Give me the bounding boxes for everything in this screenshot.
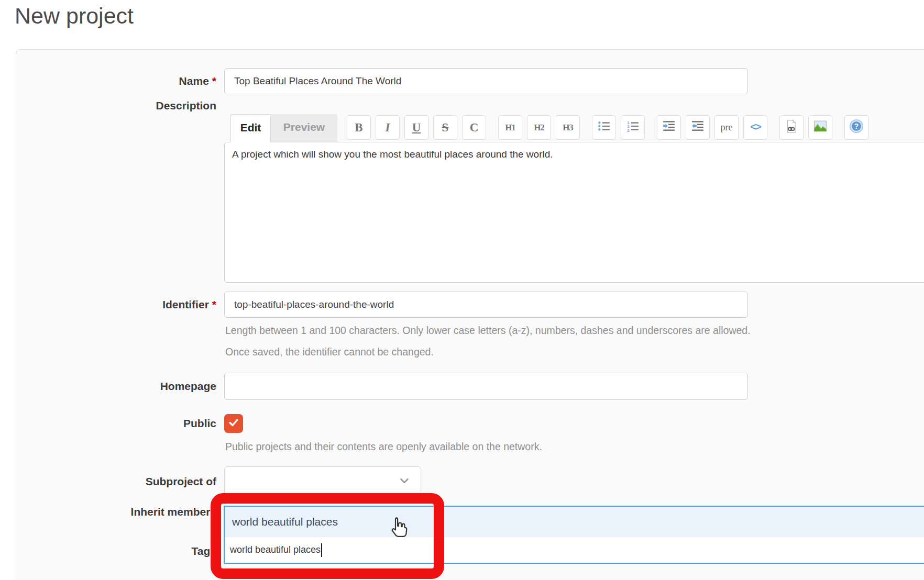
homepage-input[interactable] (224, 373, 748, 400)
svg-text:3: 3 (627, 128, 630, 132)
identifier-help-line2: Once saved, the identifier cannot be cha… (225, 346, 434, 358)
tab-edit[interactable]: Edit (230, 114, 271, 142)
tags-autocomplete-suggestion[interactable]: world beautiful places (224, 506, 924, 538)
description-toolbar: Edit Preview B I U S C H1 H2 H3 123 pre … (230, 114, 873, 142)
identifier-input[interactable] (224, 292, 748, 318)
help-button[interactable]: ? (844, 115, 868, 140)
underline-button[interactable]: U (404, 115, 428, 140)
outdent-button[interactable] (686, 115, 710, 140)
public-help: Public projects and their contents are o… (225, 441, 542, 453)
numbered-list-button[interactable]: 123 (621, 115, 645, 140)
tab-preview[interactable]: Preview (271, 114, 337, 142)
tags-input-value: world beautiful places (230, 544, 321, 555)
bulleted-list-icon (597, 119, 611, 136)
required-marker: * (212, 298, 216, 310)
preformatted-button[interactable]: pre (714, 115, 739, 140)
name-label: Name* (0, 68, 216, 94)
indent-icon (662, 119, 676, 136)
text-caret (321, 543, 322, 557)
svg-text:?: ? (854, 122, 859, 130)
description-textarea[interactable]: A project which will show you the most b… (224, 142, 924, 283)
subproject-label: Subproject of (0, 466, 216, 497)
code-block-button[interactable]: <> (743, 115, 767, 140)
public-checkbox[interactable] (224, 414, 243, 433)
description-label: Description (0, 96, 216, 115)
subproject-select[interactable] (224, 466, 421, 497)
outdent-icon (691, 119, 705, 136)
homepage-label: Homepage (0, 373, 216, 400)
indent-button[interactable] (657, 115, 681, 140)
checkmark-icon (227, 416, 240, 431)
numbered-list-icon: 123 (626, 119, 640, 136)
attach-file-button[interactable] (779, 115, 804, 140)
heading1-button[interactable]: H1 (498, 115, 522, 140)
tags-input[interactable]: world beautiful places (224, 537, 924, 564)
identifier-label: Identifier* (0, 292, 216, 318)
bold-button[interactable]: B (347, 115, 371, 140)
chevron-down-icon (399, 475, 410, 488)
name-input[interactable] (224, 68, 748, 94)
required-marker: * (212, 75, 216, 87)
page-title: New project (15, 3, 134, 29)
inline-code-button[interactable]: C (462, 115, 486, 140)
help-icon: ? (849, 119, 864, 137)
tags-label: Tags (0, 538, 216, 564)
insert-image-icon (813, 119, 827, 136)
new-project-page: New project Name* Description Edit Previ… (0, 0, 924, 580)
insert-image-button[interactable] (808, 115, 832, 140)
italic-button[interactable]: I (376, 115, 400, 140)
strikethrough-button[interactable]: S (433, 115, 457, 140)
public-label: Public (0, 414, 216, 433)
heading3-button[interactable]: H3 (556, 115, 580, 140)
heading2-button[interactable]: H2 (527, 115, 551, 140)
inherit-members-label: Inherit members (0, 503, 216, 521)
bulleted-list-button[interactable] (592, 115, 616, 140)
identifier-help-line1: Length between 1 and 100 characters. Onl… (225, 325, 751, 337)
attach-file-icon (785, 119, 798, 136)
